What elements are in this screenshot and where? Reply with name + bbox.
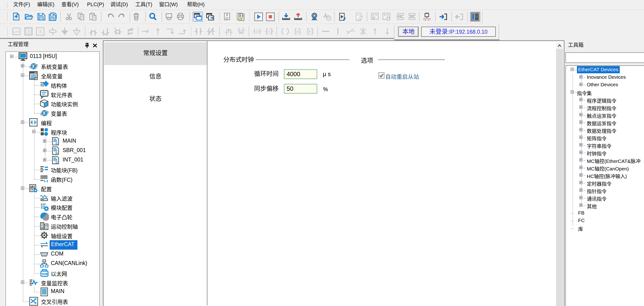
svg-text:ST: ST: [427, 18, 431, 21]
svg-text:TE: TE: [423, 18, 426, 21]
svg-text:A: A: [296, 30, 299, 34]
svg-text:S: S: [55, 151, 58, 155]
svg-text:LAD: LAD: [14, 30, 19, 34]
svg-text:S: S: [256, 29, 258, 34]
svg-text:F: F: [309, 30, 311, 34]
svg-text:S: S: [55, 141, 58, 145]
svg-text:S: S: [39, 29, 42, 34]
svg-text:S: S: [55, 160, 58, 164]
svg-text:C: C: [268, 30, 270, 34]
svg-text:S: S: [27, 29, 30, 34]
